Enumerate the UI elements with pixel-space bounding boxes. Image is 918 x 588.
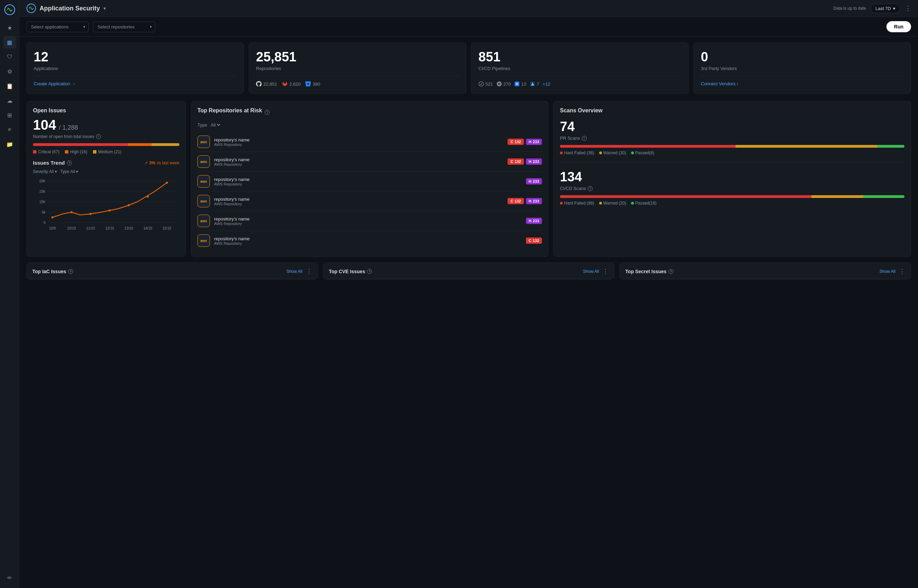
- time-filter-button[interactable]: Last 7D ▾: [871, 4, 900, 13]
- aws-logo-badge: aws: [198, 195, 210, 207]
- sidebar-icon-cloud[interactable]: ☁: [3, 94, 16, 107]
- select-repositories[interactable]: Select repositories: [93, 21, 155, 32]
- cicd-warned-legend: Warned (20): [599, 201, 626, 205]
- pipelines-more[interactable]: +12: [542, 81, 550, 87]
- pr-scans-count: 74: [560, 119, 905, 134]
- sidebar-icon-apps[interactable]: ⊞: [3, 109, 16, 121]
- c-label: C: [510, 160, 513, 164]
- iac-more-button[interactable]: ⋮: [306, 268, 312, 275]
- sidebar: ★ ▦ 🛡 ⚙ 📋 ☁ ⊞ ≡ 📁 ✏: [0, 0, 19, 588]
- pipeline-icon-1: 521: [478, 81, 493, 87]
- svg-text:10/9: 10/9: [49, 226, 56, 230]
- severity-filter[interactable]: Severity All ▾: [33, 169, 57, 174]
- repo-name: repository's name: [214, 177, 522, 182]
- open-issues-help-icon[interactable]: ?: [96, 134, 101, 139]
- top-repos-help-icon[interactable]: ?: [265, 110, 270, 115]
- secret-show-all[interactable]: Show All: [879, 269, 895, 274]
- secret-help-icon[interactable]: ?: [669, 269, 674, 274]
- cicd-failed-bar: [560, 195, 811, 198]
- secret-issues-card: Top Secret Issues ? Show All ⋮: [619, 262, 911, 279]
- critical-badge: C 132: [526, 237, 542, 244]
- card-divider: [34, 76, 236, 76]
- cicd-failed-legend: Hard Failed (98): [560, 201, 594, 205]
- pipelines-count: 851: [478, 50, 682, 65]
- connect-vendors-link[interactable]: Connect Vendors ›: [701, 81, 904, 86]
- pr-scans-help-icon[interactable]: ?: [582, 136, 587, 141]
- issues-legend: Critical (67) High (16) Medium (21): [33, 149, 180, 154]
- repo-info: repository's name AWS Repository: [214, 197, 504, 206]
- pipeline-icon-3: 13: [514, 81, 526, 87]
- repo-type: AWS Repository: [214, 221, 522, 226]
- data-status: Data is up to date: [833, 6, 866, 11]
- vendors-card: 0 3rd Party Vendors Connect Vendors ›: [693, 42, 911, 94]
- sidebar-icon-gear[interactable]: ⚙: [3, 65, 16, 78]
- github-count-item: 22,851: [256, 81, 277, 87]
- aws-logo-badge: aws: [198, 215, 210, 227]
- sidebar-icon-folder[interactable]: 📁: [3, 138, 16, 150]
- secret-more-button[interactable]: ⋮: [899, 268, 905, 275]
- sidebar-icon-edit[interactable]: ✏: [3, 571, 16, 584]
- open-issues-total: / 1,288: [59, 124, 78, 131]
- more-options-button[interactable]: ⋮: [905, 5, 911, 12]
- severity-value: All: [49, 169, 53, 174]
- legend-critical: Critical (67): [33, 149, 59, 154]
- top-repos-section: Top Repositories at Risk ? Type All aws …: [191, 101, 549, 257]
- cicd-scans-block: 134 CI/CD Scans ? Hard Failed (98): [560, 170, 905, 205]
- critical-badge: C 132: [508, 158, 523, 165]
- pipeline-tool-icon-2: [497, 81, 502, 87]
- iac-show-all[interactable]: Show All: [287, 269, 303, 274]
- secret-title: Top Secret Issues ?: [625, 269, 674, 274]
- critical-bar: [33, 143, 128, 146]
- repo-name: repository's name: [214, 157, 504, 162]
- create-application-link[interactable]: Create Application →: [34, 81, 236, 86]
- severity-chevron: ▾: [55, 169, 57, 174]
- applications-label: Applications: [34, 66, 236, 71]
- repo-name: repository's name: [214, 197, 504, 202]
- svg-text:13/10: 13/10: [124, 226, 133, 230]
- repo-badges: C 132 H 233: [508, 158, 542, 165]
- c-label: C: [510, 140, 513, 144]
- pipeline-count-1: 521: [486, 81, 493, 87]
- sidebar-icon-grid[interactable]: ▦: [3, 36, 16, 48]
- repo-badges: C 132 H 233: [508, 198, 542, 204]
- svg-point-32: [166, 182, 168, 184]
- sidebar-icon-clipboard[interactable]: 📋: [3, 80, 16, 92]
- sidebar-icon-list[interactable]: ≡: [3, 123, 16, 136]
- open-issues-progress-bar: [33, 143, 180, 146]
- sidebar-icon-shield[interactable]: 🛡: [3, 51, 16, 63]
- header-left: Application Security ▾: [26, 3, 106, 13]
- trend-vs-label: vs last week: [157, 160, 180, 165]
- cve-more-button[interactable]: ⋮: [602, 268, 609, 275]
- svg-text:0: 0: [44, 221, 45, 225]
- type-filter[interactable]: Type All ▾: [60, 169, 78, 174]
- legend-dot-critical: [33, 150, 36, 153]
- applications-select-wrapper: Select applications: [26, 21, 89, 32]
- trend-help-icon[interactable]: ?: [67, 160, 72, 165]
- cicd-scans-help-icon[interactable]: ?: [588, 186, 593, 191]
- aws-logo-badge: aws: [198, 175, 210, 187]
- pr-scans-bar: [560, 145, 905, 148]
- type-filter-select[interactable]: All: [209, 122, 221, 128]
- cicd-scans-bar: [560, 195, 905, 198]
- title-dropdown-arrow[interactable]: ▾: [104, 6, 106, 11]
- type-chevron: ▾: [76, 169, 78, 174]
- sidebar-icon-star[interactable]: ★: [3, 21, 16, 34]
- header: Application Security ▾ Data is up to dat…: [19, 0, 918, 17]
- pipeline-icon-4: 7: [530, 81, 539, 87]
- select-applications[interactable]: Select applications: [26, 21, 89, 32]
- sidebar-logo: [4, 4, 15, 17]
- vendors-label: 3rd Party Vendors: [701, 66, 904, 71]
- run-button[interactable]: Run: [886, 21, 911, 32]
- svg-point-5: [499, 84, 500, 85]
- page-title: Application Security: [40, 5, 100, 12]
- svg-text:11/10: 11/10: [86, 226, 95, 230]
- cve-help-icon[interactable]: ?: [367, 269, 372, 274]
- repositories-card: 25,851 Repositories 22,851 2,620: [249, 42, 466, 94]
- repo-badges: C 132: [526, 237, 542, 244]
- cve-show-all[interactable]: Show All: [583, 269, 599, 274]
- pipeline-icons-row: 521 270: [478, 81, 682, 87]
- svg-point-29: [108, 209, 111, 212]
- cve-actions: Show All ⋮: [583, 268, 609, 275]
- iac-help-icon[interactable]: ?: [68, 269, 73, 274]
- repo-type-filter: Type All: [198, 122, 542, 128]
